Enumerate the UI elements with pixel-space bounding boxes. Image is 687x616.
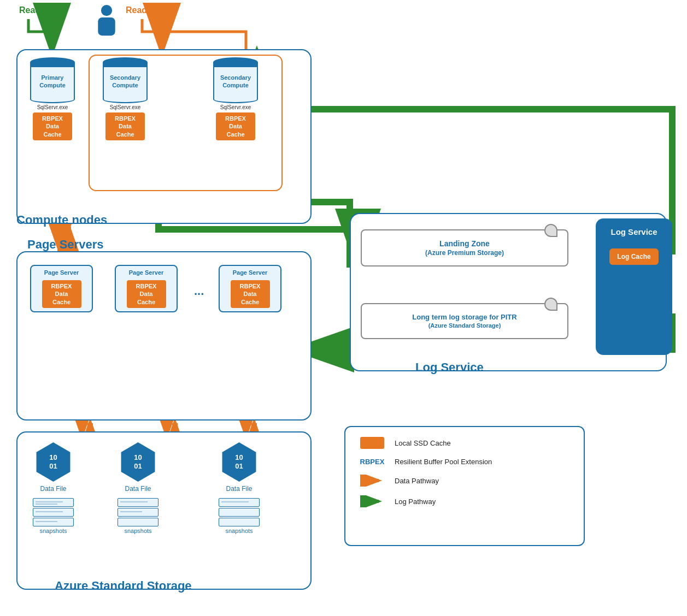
page-server-3: Page Server RBPEXData Cache	[219, 265, 281, 312]
compute-nodes-label: Compute nodes	[16, 213, 107, 227]
primary-compute-label: Primary Compute	[39, 74, 66, 90]
data-file-3: 1001 Data File snapshots	[219, 442, 260, 534]
secondary-rbpex-1: RBPEXData Cache	[105, 112, 145, 140]
legend-data-arrow-icon	[359, 475, 386, 487]
secondary-exe-2: SqlServr.exe	[220, 104, 251, 110]
ps2-rbpex: RBPEXData Cache	[127, 280, 166, 308]
person-icon	[93, 4, 120, 39]
secondary-compute-2: SecondaryCompute SqlServr.exe RBPEXData …	[213, 57, 258, 140]
ps1-rbpex: RBPEXData Cache	[42, 280, 81, 308]
page-server-1: Page Server RBPEXData Cache	[30, 265, 93, 312]
secondary-exe-1: SqlServr.exe	[110, 104, 141, 110]
legend-box: Local SSD Cache RBPEX Resilient Buffer P…	[344, 426, 585, 546]
primary-compute: Primary Compute SqlServr.exe RBPEXData C…	[30, 57, 75, 140]
log-service-inner-label: Log Service	[610, 227, 657, 238]
secondary-compute-1: SecondaryCompute SqlServr.exe RBPEXData …	[103, 57, 148, 140]
legend-data-pathway-row: Data Pathway	[359, 475, 571, 487]
page-server-2: Page Server RBPEXData Cache	[115, 265, 178, 312]
primary-rbpex: RBPEXData Cache	[33, 112, 72, 140]
diagram: Read-Write Read-Only Compute nodes Prima…	[0, 0, 687, 616]
legend-rbpex-icon: RBPEX	[359, 458, 386, 466]
read-only-label: Read-Only	[126, 5, 169, 15]
legend-log-arrow-icon	[359, 495, 386, 507]
primary-exe: SqlServr.exe	[37, 104, 68, 110]
data-file-1: 1001 Data File snapshots	[33, 442, 74, 534]
legend-log-pathway-row: Log Pathway	[359, 495, 571, 507]
long-term-doc: Long term log storage for PITR(Azure Sta…	[361, 303, 568, 339]
ps3-rbpex: RBPEXData Cache	[231, 280, 270, 308]
page-servers-label: Page Servers	[27, 238, 103, 252]
data-file-2: 1001 Data File snapshots	[118, 442, 158, 534]
secondary-rbpex-2: RBPEXData Cache	[216, 112, 255, 140]
log-service-inner-box: Log Service Log Cache	[596, 218, 672, 355]
legend-local-ssd-row: Local SSD Cache	[359, 437, 571, 449]
legend-local-ssd-text: Local SSD Cache	[395, 439, 451, 447]
legend-rbpex-text: Resilient Buffer Pool Extension	[395, 458, 492, 466]
svg-point-13	[101, 5, 112, 16]
ellipsis: ...	[194, 284, 204, 298]
log-service-outer-label: Log Service	[415, 360, 484, 375]
legend-rbpex-row: RBPEX Resilient Buffer Pool Extension	[359, 458, 571, 466]
legend-data-pathway-text: Data Pathway	[395, 477, 439, 485]
svg-rect-14	[98, 17, 115, 35]
landing-zone-doc: Landing Zone(Azure Premium Storage)	[361, 229, 568, 266]
read-write-label: Read-Write	[19, 5, 65, 15]
legend-log-pathway-text: Log Pathway	[395, 497, 436, 506]
legend-ssd-icon	[359, 437, 386, 449]
azure-storage-label: Azure Standard Storage	[55, 579, 192, 593]
log-cache-box: Log Cache	[609, 248, 658, 265]
